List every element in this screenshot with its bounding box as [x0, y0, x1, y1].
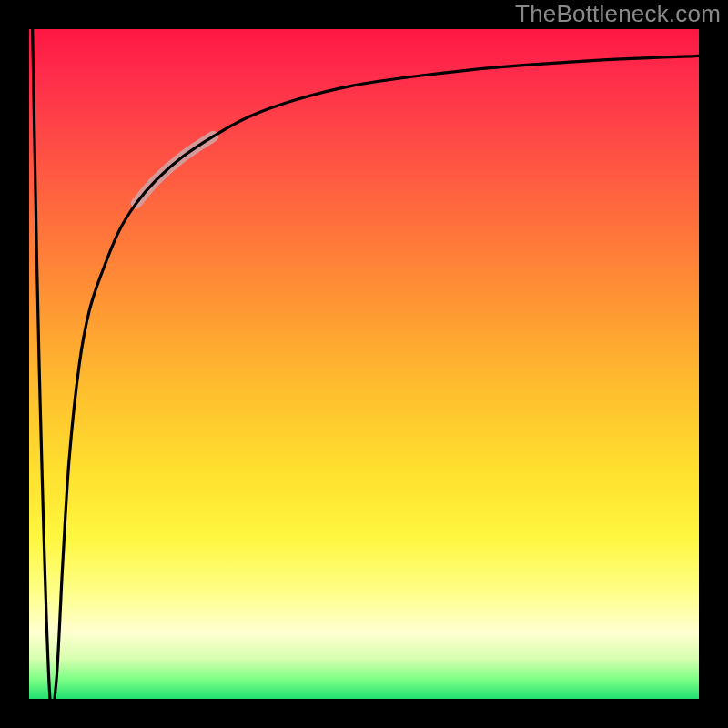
curve-layer [29, 29, 699, 699]
watermark-text: TheBottleneck.com [515, 0, 721, 28]
bottleneck-curve-highlight [136, 136, 214, 204]
chart-frame: TheBottleneck.com [0, 0, 728, 728]
bottleneck-curve [33, 29, 699, 699]
plot-area [29, 29, 699, 699]
